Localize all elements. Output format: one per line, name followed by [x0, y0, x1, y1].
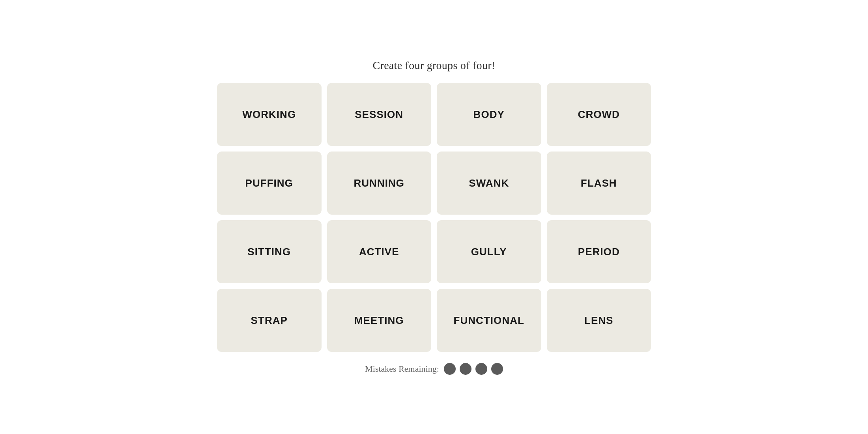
word-text-session: SESSION: [355, 108, 403, 121]
word-text-gully: GULLY: [471, 246, 507, 258]
word-card-strap[interactable]: STRAP: [217, 289, 322, 352]
word-text-meeting: MEETING: [354, 314, 404, 327]
mistake-dot-2: [460, 363, 471, 375]
word-card-lens[interactable]: LENS: [547, 289, 651, 352]
word-text-flash: FLASH: [581, 177, 617, 189]
word-card-session[interactable]: SESSION: [327, 83, 432, 146]
word-card-sitting[interactable]: SITTING: [217, 220, 322, 283]
word-grid: WORKINGSESSIONBODYCROWDPUFFINGRUNNINGSWA…: [217, 83, 651, 352]
word-card-gully[interactable]: GULLY: [437, 220, 541, 283]
word-text-body: BODY: [473, 108, 505, 121]
word-text-strap: STRAP: [251, 314, 288, 327]
mistake-dot-1: [444, 363, 456, 375]
word-text-lens: LENS: [584, 314, 614, 327]
game-container: Create four groups of four! WORKINGSESSI…: [217, 59, 651, 375]
word-card-functional[interactable]: FUNCTIONAL: [437, 289, 541, 352]
word-card-meeting[interactable]: MEETING: [327, 289, 432, 352]
word-text-crowd: CROWD: [578, 108, 620, 121]
game-subtitle: Create four groups of four!: [373, 59, 496, 72]
mistake-dot-4: [491, 363, 503, 375]
word-card-puffing[interactable]: PUFFING: [217, 152, 322, 215]
word-text-period: PERIOD: [578, 246, 620, 258]
word-text-puffing: PUFFING: [245, 177, 293, 189]
mistakes-row: Mistakes Remaining:: [365, 363, 503, 375]
word-card-working[interactable]: WORKING: [217, 83, 322, 146]
word-card-body[interactable]: BODY: [437, 83, 541, 146]
word-card-swank[interactable]: SWANK: [437, 152, 541, 215]
mistakes-dots: [444, 363, 503, 375]
word-card-crowd[interactable]: CROWD: [547, 83, 651, 146]
word-text-functional: FUNCTIONAL: [454, 314, 524, 327]
word-card-period[interactable]: PERIOD: [547, 220, 651, 283]
word-text-swank: SWANK: [469, 177, 509, 189]
word-card-flash[interactable]: FLASH: [547, 152, 651, 215]
word-text-working: WORKING: [242, 108, 296, 121]
word-text-sitting: SITTING: [247, 246, 291, 258]
word-card-active[interactable]: ACTIVE: [327, 220, 432, 283]
word-text-running: RUNNING: [354, 177, 404, 189]
word-card-running[interactable]: RUNNING: [327, 152, 432, 215]
mistakes-label: Mistakes Remaining:: [365, 364, 439, 374]
mistake-dot-3: [475, 363, 487, 375]
word-text-active: ACTIVE: [359, 246, 399, 258]
